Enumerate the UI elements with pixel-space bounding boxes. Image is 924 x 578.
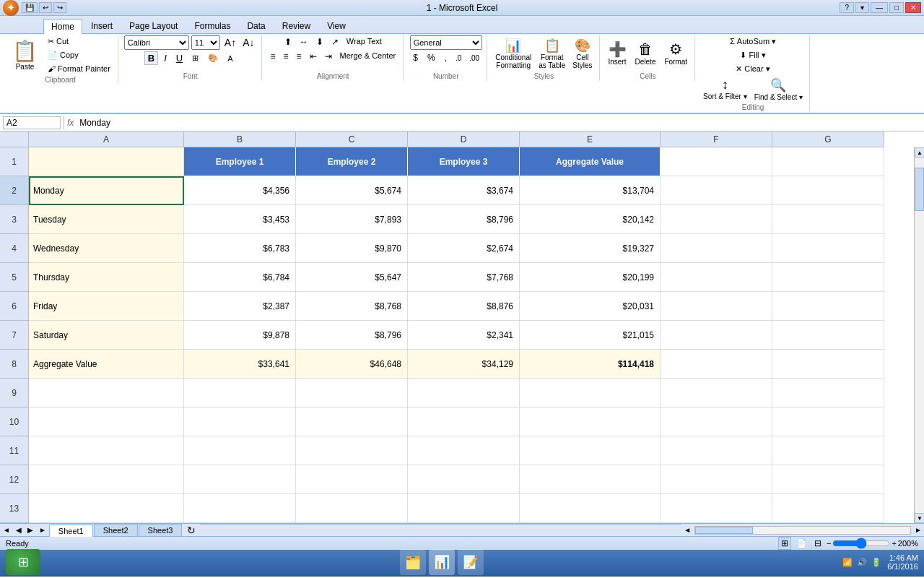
cell-g13[interactable]: [772, 494, 884, 523]
minimize-btn[interactable]: —: [871, 2, 888, 13]
cell-d12[interactable]: [408, 465, 520, 494]
cell-c11[interactable]: [296, 436, 408, 465]
taskbar-icon-explorer[interactable]: 🗂️: [400, 549, 426, 575]
align-bottom-btn[interactable]: ⬇: [313, 35, 326, 48]
cell-e10[interactable]: [520, 407, 661, 436]
cell-b3[interactable]: $3,453: [184, 205, 296, 234]
cell-f5[interactable]: [661, 263, 772, 292]
cell-a3[interactable]: Tuesday: [29, 205, 184, 234]
sheet-nav-right[interactable]: ▶: [25, 526, 36, 534]
sheet-tab-2[interactable]: Sheet2: [94, 524, 138, 536]
font-family-select[interactable]: Calibri: [124, 35, 189, 50]
col-header-f[interactable]: F: [661, 131, 772, 147]
cell-f1[interactable]: [661, 147, 772, 176]
cell-b13[interactable]: [184, 494, 296, 523]
increase-font-btn[interactable]: A↑: [222, 36, 238, 49]
scroll-down-btn[interactable]: ▼: [915, 513, 924, 523]
sheet-tab-1[interactable]: Sheet1: [49, 525, 93, 537]
cell-b12[interactable]: [184, 465, 296, 494]
wrap-text-btn[interactable]: Wrap Text: [344, 35, 385, 48]
bold-btn[interactable]: B: [144, 51, 158, 65]
col-header-a[interactable]: A: [29, 131, 184, 147]
cell-f6[interactable]: [661, 292, 772, 321]
align-middle-btn[interactable]: ↔: [297, 35, 311, 48]
cell-b2[interactable]: $4,356: [184, 176, 296, 205]
cell-a10[interactable]: [29, 407, 184, 436]
cell-f13[interactable]: [661, 494, 772, 523]
quick-redo-btn[interactable]: ↪: [53, 2, 66, 13]
cell-c9[interactable]: [296, 379, 408, 407]
cell-a11[interactable]: [29, 436, 184, 465]
cell-c7[interactable]: $8,796: [296, 321, 408, 350]
align-right-btn[interactable]: ≡: [294, 50, 305, 63]
sheet-nav-left2[interactable]: ◀: [13, 526, 25, 534]
percent-btn[interactable]: %: [424, 51, 439, 64]
paste-btn[interactable]: 📋 Paste: [7, 37, 43, 73]
col-header-b[interactable]: B: [184, 131, 296, 147]
tab-home[interactable]: Home: [43, 19, 82, 34]
cell-e9[interactable]: [520, 379, 661, 407]
view-layout-btn[interactable]: 📄: [794, 538, 809, 549]
copy-btn[interactable]: 📄 Copy: [45, 49, 113, 61]
view-normal-btn[interactable]: ⊞: [778, 537, 791, 550]
clock-display[interactable]: 1:46 AM 6/1/2016: [887, 553, 918, 571]
zoom-plus-btn[interactable]: +: [892, 539, 896, 548]
cell-c5[interactable]: $5,647: [296, 263, 408, 292]
sheet-nav-right2[interactable]: ►: [36, 526, 49, 534]
tab-page-layout[interactable]: Page Layout: [121, 18, 186, 33]
tab-insert[interactable]: Insert: [83, 18, 121, 33]
row-header-11[interactable]: 11: [0, 436, 29, 465]
cell-g10[interactable]: [772, 407, 884, 436]
cell-d5[interactable]: $7,768: [408, 263, 520, 292]
format-as-table-btn[interactable]: 📋 Format as Table: [536, 36, 567, 71]
row-header-6[interactable]: 6: [0, 292, 29, 321]
cell-b1[interactable]: Employee 1: [184, 147, 296, 176]
col-header-d[interactable]: D: [408, 131, 520, 147]
cell-g8[interactable]: [772, 350, 884, 379]
merge-center-btn[interactable]: Merge & Center: [337, 50, 399, 63]
cell-a5[interactable]: Thursday: [29, 263, 184, 292]
cell-a1[interactable]: [29, 147, 184, 176]
sheet-new-btn[interactable]: ↻: [183, 525, 200, 536]
cell-c12[interactable]: [296, 465, 408, 494]
close-btn[interactable]: ✕: [905, 2, 921, 13]
cell-a8[interactable]: Aggregate Value: [29, 350, 184, 379]
align-center-btn[interactable]: ≡: [281, 50, 292, 63]
insert-btn[interactable]: ➕ Insert: [606, 39, 629, 67]
row-header-4[interactable]: 4: [0, 234, 29, 263]
sheet-nav-left[interactable]: ◄: [0, 526, 13, 534]
cell-d4[interactable]: $2,674: [408, 234, 520, 263]
cell-d7[interactable]: $2,341: [408, 321, 520, 350]
scroll-up-btn[interactable]: ▲: [915, 147, 924, 158]
cell-a6[interactable]: Friday: [29, 292, 184, 321]
delete-btn[interactable]: 🗑 Delete: [632, 40, 659, 67]
cell-c8[interactable]: $46,648: [296, 350, 408, 379]
view-page-break-btn[interactable]: ⊟: [812, 538, 824, 549]
comma-btn[interactable]: ,: [441, 51, 450, 64]
decrease-decimal-btn[interactable]: .0: [453, 53, 464, 64]
italic-btn[interactable]: I: [160, 51, 170, 65]
start-btn[interactable]: ⊞: [6, 549, 40, 575]
cell-b8[interactable]: $33,641: [184, 350, 296, 379]
decrease-indent-btn[interactable]: ⇤: [307, 50, 320, 63]
cell-c10[interactable]: [296, 407, 408, 436]
cell-d8[interactable]: $34,129: [408, 350, 520, 379]
cell-g7[interactable]: [772, 321, 884, 350]
cell-f3[interactable]: [661, 205, 772, 234]
cell-d6[interactable]: $8,876: [408, 292, 520, 321]
h-scroll-left[interactable]: ◄: [681, 526, 693, 534]
tray-icon-volume[interactable]: 🔊: [857, 558, 867, 567]
cell-d3[interactable]: $8,796: [408, 205, 520, 234]
cell-reference-input[interactable]: A2: [3, 116, 61, 129]
tray-icon-network[interactable]: 📶: [842, 558, 853, 567]
cell-d11[interactable]: [408, 436, 520, 465]
row-header-12[interactable]: 12: [0, 465, 29, 494]
row-header-10[interactable]: 10: [0, 407, 29, 436]
cell-a7[interactable]: Saturday: [29, 321, 184, 350]
cell-e2[interactable]: $13,704: [520, 176, 661, 205]
row-header-5[interactable]: 5: [0, 263, 29, 292]
cell-d13[interactable]: [408, 494, 520, 523]
help-btn[interactable]: ?: [840, 2, 854, 13]
zoom-slider[interactable]: − + 200%: [827, 538, 918, 549]
clear-btn[interactable]: ✕ Clear ▾: [732, 63, 773, 75]
